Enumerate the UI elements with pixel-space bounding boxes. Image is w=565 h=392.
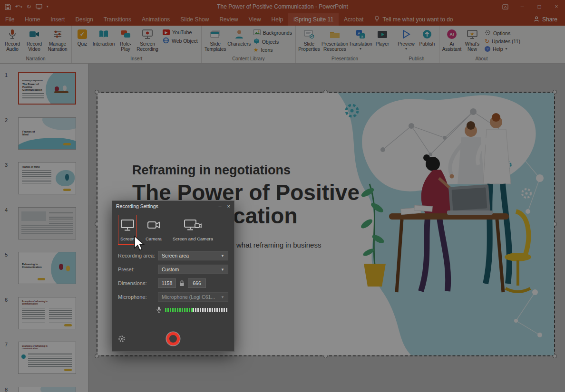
microphone-icon	[156, 306, 161, 313]
chevron-down-icon: ▼	[221, 268, 224, 272]
screen-mode-icon	[120, 219, 135, 233]
mouse-cursor	[134, 236, 147, 252]
dimensions-label: Dimensions:	[118, 280, 158, 286]
recording-area-dropdown[interactable]: Screen area ▼	[158, 251, 228, 260]
preset-label: Preset:	[118, 267, 158, 272]
mic-level-meter	[165, 308, 228, 312]
screen-and-camera-mode-icon	[184, 219, 202, 233]
screen-dim-overlay	[0, 0, 565, 392]
mic-level-inactive	[193, 308, 228, 312]
chevron-down-icon: ▼	[221, 254, 224, 258]
mode-screen-and-camera-button[interactable]: Screen and Camera	[170, 215, 215, 245]
dialog-title: Recording Settings	[116, 203, 158, 209]
dimension-width-input[interactable]: 1158	[158, 278, 176, 288]
chevron-down-icon: ▼	[221, 295, 224, 299]
recording-mode-selector: Screen Camera Screen and Camera	[112, 211, 234, 247]
dimension-height-input[interactable]: 666	[188, 278, 206, 288]
mic-level-active	[165, 308, 193, 312]
preset-dropdown[interactable]: Custom ▼	[158, 265, 228, 274]
recording-area-label: Recording area:	[118, 253, 158, 258]
recording-settings-dialog: Recording Settings – × Screen Camera Scr…	[112, 201, 234, 352]
dialog-footer	[118, 332, 228, 346]
microphone-dropdown[interactable]: Microphone (Logi C61... ▼	[158, 292, 228, 302]
settings-gear-icon[interactable]	[118, 335, 126, 343]
dialog-minimize-button[interactable]: –	[218, 203, 221, 209]
dialog-close-button[interactable]: ×	[227, 203, 230, 209]
lock-icon[interactable]	[179, 280, 185, 287]
microphone-label: Microphone:	[118, 294, 158, 300]
camera-mode-icon	[146, 219, 161, 233]
dialog-title-bar[interactable]: Recording Settings – ×	[112, 201, 234, 211]
powerpoint-window: ↶▾ ↻ ▾ The Power of Positive Communicati…	[0, 0, 565, 392]
record-button[interactable]	[166, 332, 180, 345]
